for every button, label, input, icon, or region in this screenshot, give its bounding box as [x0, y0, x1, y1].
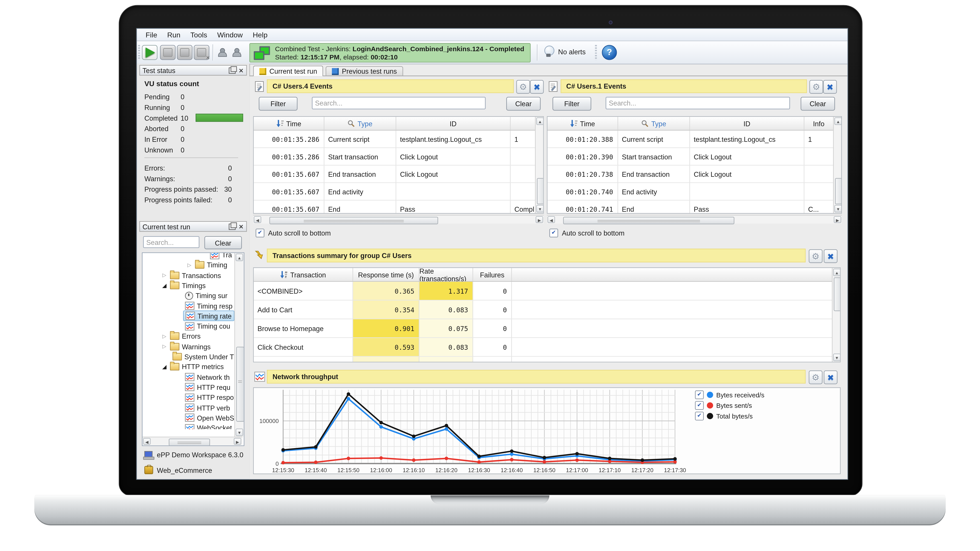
tree-item-transactions[interactable]: ▷Transactions — [143, 270, 223, 280]
abort-button[interactable]: ✕ — [194, 45, 209, 60]
tree-node[interactable]: Tra — [208, 253, 234, 259]
tree-node[interactable]: Transactions — [168, 270, 223, 280]
event-row[interactable]: 00:01:35.286Start transactionClick Logou… — [254, 148, 536, 166]
scroll-down-icon[interactable]: ▼ — [834, 205, 842, 213]
column-header-type[interactable]: Type — [618, 117, 690, 130]
column-header-id[interactable]: ID — [690, 117, 805, 130]
scroll-up-icon[interactable]: ▲ — [235, 254, 243, 261]
scroll-right-icon[interactable]: ▶ — [834, 216, 841, 223]
transactions-close-button[interactable]: ✖ — [824, 249, 837, 263]
tree-item-http-requ[interactable]: HTTP requ — [143, 382, 232, 392]
event-row[interactable]: 00:01:20.741EndPassC... — [547, 200, 834, 214]
column-header-transaction[interactable]: AZTransaction — [254, 268, 353, 281]
tree-vscrollbar[interactable]: ▲ ▼ — [234, 253, 243, 437]
scroll-up-icon[interactable]: ▲ — [536, 118, 544, 125]
legend-item-total-bytes-s[interactable]: ✔Total bytes/s — [695, 412, 752, 420]
tree-item-system-under-t[interactable]: System Under T — [143, 352, 235, 362]
events-right-filter-button[interactable]: Filter — [553, 97, 591, 111]
transaction-row[interactable]: <COMBINED>0.3651.3170 — [254, 282, 832, 300]
column-header-type[interactable]: Type — [324, 117, 396, 130]
scroll-down-icon[interactable]: ▼ — [833, 354, 841, 361]
scroll-down-icon[interactable]: ▼ — [235, 429, 243, 436]
tree-clear-button[interactable]: Clear — [204, 236, 242, 249]
tree-item-http-verb[interactable]: HTTP verb — [143, 403, 232, 413]
menu-item-tools[interactable]: Tools — [185, 30, 212, 40]
transaction-row[interactable]: Click Checkout0.5930.0830 — [254, 338, 832, 357]
tab-current-test-run[interactable]: Current test run — [253, 66, 323, 76]
transaction-row[interactable]: Browse to Homepage0.9010.0750 — [254, 319, 832, 338]
tree-node[interactable]: Timing sur — [183, 291, 229, 300]
events-left-settings-button[interactable]: ⚙ — [516, 80, 530, 94]
tree-item-timing-cou[interactable]: Timing cou — [143, 321, 232, 331]
tree-search-input[interactable] — [143, 236, 200, 248]
tree-item-timings[interactable]: ◢Timings — [143, 281, 208, 291]
tree-item-http-metrics[interactable]: ◢HTTP metrics — [143, 362, 226, 372]
expander-collapsed-icon[interactable]: ▷ — [161, 344, 168, 349]
scroll-up-icon[interactable]: ▲ — [834, 118, 842, 125]
remove-virtual-user-button[interactable]: ✕ — [232, 48, 240, 56]
project-item[interactable]: Web_eCommerce — [144, 466, 212, 474]
column-header-info[interactable] — [511, 117, 536, 130]
menu-item-file[interactable]: File — [140, 30, 162, 40]
tree-item-http-respo[interactable]: HTTP respo — [143, 392, 235, 403]
transaction-row[interactable]: Click Continue0.2770.0830 — [254, 357, 832, 362]
events-right-autoscroll[interactable]: ✔ Auto scroll to bottom — [549, 229, 625, 237]
menu-item-help[interactable]: Help — [248, 30, 272, 40]
tree-node[interactable]: Timing rate — [183, 311, 234, 321]
tree-node[interactable]: Network th — [183, 372, 232, 382]
events-right-hscrollbar[interactable]: ◀ ▶ — [547, 215, 842, 224]
tree-node[interactable]: Timing — [193, 260, 229, 270]
events-right-settings-button[interactable]: ⚙ — [810, 80, 823, 94]
expander-collapsed-icon[interactable]: ▷ — [186, 262, 193, 268]
events-left-close-button[interactable]: ✖ — [530, 80, 544, 94]
tree-node[interactable]: HTTP verb — [183, 403, 232, 412]
transactions-vscrollbar[interactable]: ▲ ▼ — [832, 268, 841, 362]
menu-item-run[interactable]: Run — [162, 30, 185, 40]
tree-node[interactable]: System Under T — [170, 352, 235, 361]
events-right-vscrollbar[interactable]: ▲ ▼ — [833, 117, 842, 213]
legend-checkbox-icon[interactable]: ✔ — [695, 401, 703, 410]
column-header-info[interactable]: Info — [804, 117, 834, 130]
tree-item-timing-rate[interactable]: Timing rate — [143, 311, 234, 321]
menu-item-window[interactable]: Window — [212, 30, 248, 40]
events-left-vscrollbar[interactable]: ▲ ▼ — [535, 117, 544, 213]
column-header-time[interactable]: Time — [547, 117, 618, 130]
tree-item-network-th[interactable]: Network th — [143, 372, 232, 382]
scroll-right-icon[interactable]: ▶ — [234, 438, 241, 445]
expander-expanded-icon[interactable]: ◢ — [161, 282, 168, 289]
network-settings-button[interactable]: ⚙ — [809, 370, 822, 384]
float-panel-icon2[interactable] — [229, 223, 235, 230]
legend-checkbox-icon[interactable]: ✔ — [695, 391, 703, 399]
hscroll-thumb[interactable] — [269, 216, 438, 224]
tree-hscroll-thumb[interactable] — [169, 438, 210, 446]
workspace-item[interactable]: ePP Demo Workspace 6.3.0 — [143, 451, 243, 459]
legend-item-bytes-received-s[interactable]: ✔Bytes received/s — [695, 391, 764, 399]
scroll-right-icon[interactable]: ▶ — [536, 216, 543, 223]
checkbox-checked-icon[interactable]: ✔ — [549, 229, 558, 237]
add-virtual-user-button[interactable]: + — [218, 48, 226, 56]
tree-node[interactable]: Warnings — [168, 342, 213, 351]
column-header-time[interactable]: Time — [254, 117, 324, 130]
tree-node[interactable]: HTTP metrics — [168, 362, 226, 372]
events-left-filter-button[interactable]: Filter — [259, 97, 298, 111]
tree-node[interactable]: Timing cou — [183, 321, 232, 331]
events-right-clear-button[interactable]: Clear — [801, 97, 835, 111]
event-row[interactable]: 00:01:35.607End transactionClick Logout — [254, 166, 536, 183]
vscroll-thumb[interactable] — [834, 277, 841, 311]
scroll-left-icon[interactable]: ◀ — [547, 216, 555, 223]
tree-item-open-webs[interactable]: Open WebS — [143, 413, 235, 423]
tree-item-errors[interactable]: ▷Errors — [143, 331, 202, 341]
event-row[interactable]: 00:01:20.388Current scripttestplant.test… — [547, 130, 834, 148]
tree-item-websocket[interactable]: WebSocket — [143, 423, 234, 429]
events-left-hscrollbar[interactable]: ◀ ▶ — [253, 215, 544, 224]
scroll-up-icon[interactable]: ▲ — [833, 269, 841, 276]
stop-all-button[interactable] — [177, 45, 192, 60]
event-row[interactable]: 00:01:20.390Start transactionClick Logou… — [547, 148, 834, 166]
column-header-id[interactable]: ID — [396, 117, 511, 130]
event-row[interactable]: 00:01:35.607End activity — [254, 183, 536, 200]
transactions-settings-button[interactable]: ⚙ — [809, 249, 822, 263]
float-panel-icon[interactable] — [229, 67, 235, 73]
tree-node[interactable]: HTTP respo — [183, 393, 235, 402]
tree-item-timing[interactable]: ▷Timing — [143, 260, 229, 270]
checkbox-checked-icon[interactable]: ✔ — [256, 229, 264, 237]
